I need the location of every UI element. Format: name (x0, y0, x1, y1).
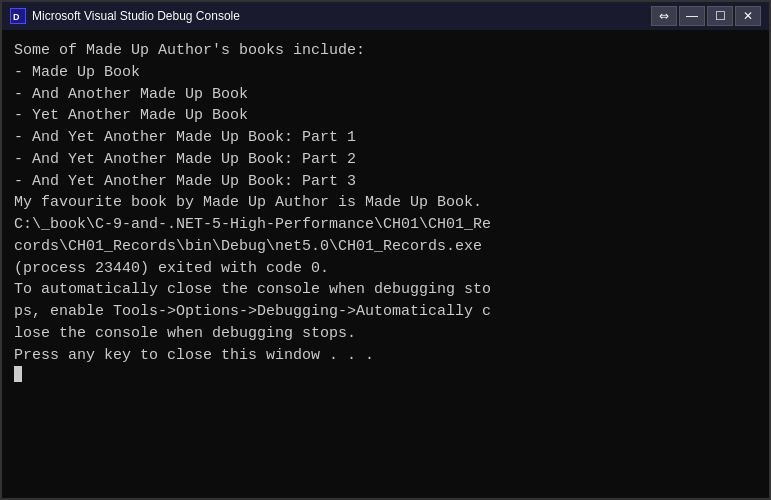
app-icon: D (10, 8, 26, 24)
console-line: - Yet Another Made Up Book (14, 105, 757, 127)
console-line: - And Another Made Up Book (14, 84, 757, 106)
console-line: cords\CH01_Records\bin\Debug\net5.0\CH01… (14, 236, 757, 258)
console-line: ps, enable Tools->Options->Debugging->Au… (14, 301, 757, 323)
console-line: (process 23440) exited with code 0. (14, 258, 757, 280)
close-button[interactable]: ✕ (735, 6, 761, 26)
console-line: My favourite book by Made Up Author is M… (14, 192, 757, 214)
console-output: Some of Made Up Author's books include:-… (2, 30, 769, 498)
window-controls: ⇔ — ☐ ✕ (651, 6, 761, 26)
console-line: To automatically close the console when … (14, 279, 757, 301)
svg-text:D: D (13, 12, 20, 22)
title-bar: D Microsoft Visual Studio Debug Console … (2, 2, 769, 30)
console-line: C:\_book\C-9-and-.NET-5-High-Performance… (14, 214, 757, 236)
console-line: Some of Made Up Author's books include: (14, 40, 757, 62)
window-title: Microsoft Visual Studio Debug Console (32, 9, 645, 23)
maximize-button[interactable]: ☐ (707, 6, 733, 26)
restore-button[interactable]: ⇔ (651, 6, 677, 26)
console-line: - And Yet Another Made Up Book: Part 1 (14, 127, 757, 149)
console-line: - And Yet Another Made Up Book: Part 3 (14, 171, 757, 193)
console-cursor-line (14, 366, 757, 382)
console-line-text: Press any key to close this window . . . (14, 345, 374, 367)
console-last-line: Press any key to close this window . . . (14, 345, 757, 367)
console-line: - Made Up Book (14, 62, 757, 84)
console-line: - And Yet Another Made Up Book: Part 2 (14, 149, 757, 171)
main-window: D Microsoft Visual Studio Debug Console … (0, 0, 771, 500)
console-line: lose the console when debugging stops. (14, 323, 757, 345)
minimize-button[interactable]: — (679, 6, 705, 26)
cursor (14, 366, 22, 382)
